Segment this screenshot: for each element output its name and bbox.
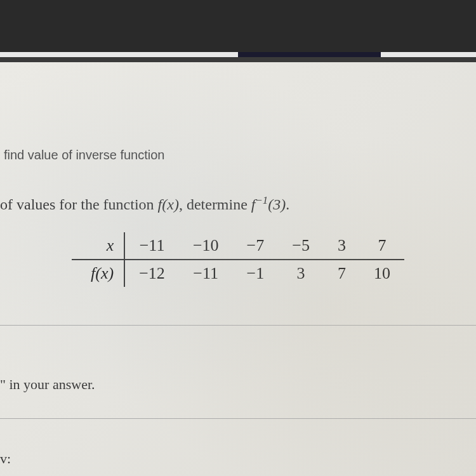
inverse-function: f−1(3) — [251, 196, 286, 213]
section-heading: find value of inverse function — [0, 148, 476, 162]
divider — [0, 325, 476, 326]
inverse-base: f — [251, 196, 256, 213]
table-container: x −11 −10 −7 −5 3 7 f(x) −12 −11 −1 3 7 … — [0, 232, 476, 287]
question-text: of values for the function f(x), determi… — [0, 194, 476, 213]
x-value: −7 — [233, 232, 279, 260]
answer-label: v: — [0, 451, 476, 467]
fx-value: 7 — [324, 260, 360, 287]
x-value: −11 — [124, 232, 179, 260]
x-label: x — [72, 232, 124, 260]
fx-label: f(x) — [72, 260, 124, 287]
x-value: −5 — [278, 232, 324, 260]
fx-value: −1 — [233, 260, 279, 287]
content-area: find value of inverse function of values… — [0, 62, 476, 476]
fx-value: 10 — [360, 260, 404, 287]
table-row-x: x −11 −10 −7 −5 3 7 — [72, 232, 404, 260]
x-value: −10 — [179, 232, 233, 260]
inverse-superscript: −1 — [256, 194, 268, 206]
x-value: 7 — [360, 232, 404, 260]
table-row-fx: f(x) −12 −11 −1 3 7 10 — [72, 260, 404, 287]
fx-value: 3 — [278, 260, 324, 287]
x-value: 3 — [324, 232, 360, 260]
question-suffix: . — [286, 196, 289, 213]
progress-fill — [238, 52, 381, 57]
divider — [0, 418, 476, 419]
window-top-bar — [0, 0, 476, 57]
function-table: x −11 −10 −7 −5 3 7 f(x) −12 −11 −1 3 7 … — [72, 232, 404, 287]
fx-value: −12 — [124, 260, 179, 287]
question-prefix: of values for the function — [0, 196, 158, 213]
hint-text: " in your answer. — [0, 376, 476, 393]
worksheet-paper: find value of inverse function of values… — [0, 62, 476, 476]
inverse-arg: (3) — [268, 196, 286, 213]
fx-value: −11 — [179, 260, 233, 287]
question-middle: , determine — [179, 196, 251, 213]
function-fx: f(x) — [158, 196, 179, 213]
progress-bar — [0, 52, 476, 57]
